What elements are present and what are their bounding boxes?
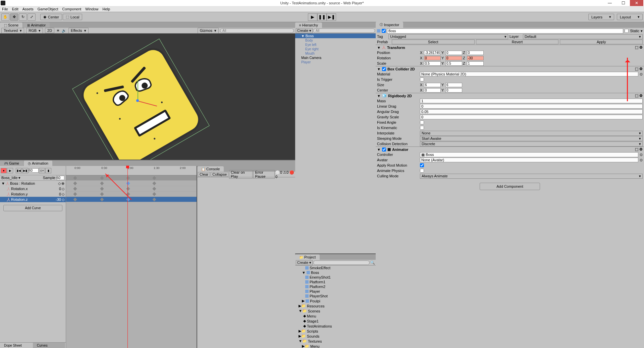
menu-help[interactable]: Help: [102, 7, 110, 11]
hierarchy-search[interactable]: [313, 28, 375, 33]
rotate-tool[interactable]: ↻: [19, 13, 27, 21]
dopesheet[interactable]: 0:00 0:30 1:00 1:30 2:00: [66, 166, 197, 348]
tab-game[interactable]: 🎮 Game: [0, 161, 23, 166]
scene-viewport[interactable]: [0, 34, 295, 160]
scale-y[interactable]: [445, 61, 462, 66]
menu-file[interactable]: File: [2, 7, 8, 11]
add-component-button[interactable]: Add Component: [480, 183, 540, 190]
gameobject-active-checkbox[interactable]: [382, 29, 386, 33]
clip-dropdown[interactable]: Boss_Idle ▾: [1, 176, 20, 180]
tab-animation[interactable]: ◷ Animation: [24, 161, 52, 166]
static-checkbox[interactable]: [625, 29, 629, 33]
tab-project[interactable]: 📁 Project: [295, 254, 320, 260]
add-event-button[interactable]: ▮: [45, 168, 51, 173]
hierarchy-tree[interactable]: ▼ Boss Body Eye left Eye right Mouth Mai…: [295, 34, 376, 253]
hierarchy-item-body[interactable]: Body: [295, 38, 376, 43]
mass-field[interactable]: 1: [420, 99, 643, 103]
pivot-local-toggle[interactable]: ⬚ Local: [63, 14, 82, 20]
add-keyframe-button[interactable]: ◇+: [39, 168, 45, 173]
pause-button[interactable]: ❚❚: [317, 13, 327, 21]
hierarchy-create[interactable]: Create ▾: [296, 28, 313, 33]
anim-play-button[interactable]: ▶: [7, 168, 13, 173]
pos-x[interactable]: [424, 51, 441, 55]
animate-physics-checkbox[interactable]: [420, 169, 424, 173]
angular-drag-field[interactable]: 0.05: [420, 109, 643, 114]
2d-toggle[interactable]: 2D: [45, 28, 54, 33]
controller-field[interactable]: ▦ Boss: [420, 152, 638, 157]
prev-key-button[interactable]: ▮◀: [16, 168, 22, 173]
frame-field[interactable]: [29, 168, 39, 173]
hand-tool[interactable]: ✋: [1, 13, 9, 21]
shading-dropdown[interactable]: Textured ▾: [1, 28, 24, 34]
linear-drag-field[interactable]: 0: [420, 104, 643, 109]
prop-rotation-x[interactable]: 人Rotation.x0◇: [0, 186, 66, 191]
hierarchy-item-boss[interactable]: ▼ Boss: [295, 34, 376, 38]
menu-window[interactable]: Window: [85, 7, 98, 11]
tab-console[interactable]: 📋 Console: [197, 166, 224, 172]
play-button[interactable]: ▶: [308, 13, 317, 21]
scale-x[interactable]: [424, 61, 441, 66]
rot-y[interactable]: [445, 56, 462, 60]
hierarchy-item-mouth[interactable]: Mouth: [295, 51, 376, 56]
boxcollider-header[interactable]: ▼ Box Collider 2D⬚ ⚙: [376, 66, 644, 71]
timeline-ruler[interactable]: 0:00 0:30 1:00 1:30 2:00: [66, 166, 197, 175]
layout-dropdown[interactable]: Layout▾: [617, 14, 643, 20]
menu-assets[interactable]: Assets: [22, 7, 34, 11]
pivot-center-toggle[interactable]: ◉ Center: [40, 14, 62, 20]
rot-x[interactable]: [424, 56, 441, 60]
layer-dropdown[interactable]: Default▾: [523, 34, 643, 39]
tab-animator[interactable]: ⊞ Animator: [23, 22, 50, 28]
add-curve-button[interactable]: Add Curve: [3, 205, 62, 211]
prop-rotation-y[interactable]: 人Rotation.y0◇: [0, 191, 66, 197]
rigidbody-header[interactable]: ▼ 🧊 Rigidbody 2D⬚ ⚙: [376, 93, 644, 98]
move-tool[interactable]: ✥: [10, 13, 18, 21]
physics-material-field[interactable]: None (Physics Material 2D): [420, 72, 638, 76]
fixed-angle-checkbox[interactable]: [420, 120, 424, 124]
console-error-pause[interactable]: Error Pause: [253, 170, 275, 179]
prop-rotation-z[interactable]: 人Rotation.z-30◇: [0, 197, 66, 202]
center-x[interactable]: [424, 88, 441, 93]
step-button[interactable]: ▶❚: [327, 13, 336, 21]
is-kinematic-checkbox[interactable]: [420, 126, 424, 130]
project-create[interactable]: Create ▾: [296, 260, 313, 265]
playhead[interactable]: [127, 166, 128, 348]
rot-z[interactable]: [467, 56, 484, 60]
size-x[interactable]: [424, 83, 441, 87]
size-y[interactable]: [445, 83, 462, 87]
maximize-button[interactable]: ☐: [616, 0, 630, 6]
curves-tab[interactable]: Curves: [33, 343, 65, 348]
collision-dropdown[interactable]: Discrete▾: [420, 141, 643, 147]
hierarchy-item-eye-right[interactable]: Eye right: [295, 47, 376, 51]
gizmos-dropdown[interactable]: Gizmos ▾: [198, 28, 219, 34]
prefab-select[interactable]: Select: [392, 40, 475, 44]
prefab-apply[interactable]: Apply: [560, 40, 643, 44]
hierarchy-item-camera[interactable]: Main Camera: [295, 56, 376, 60]
tag-dropdown[interactable]: Untagged▾: [388, 34, 508, 39]
scene-search[interactable]: [220, 28, 294, 33]
center-y[interactable]: [445, 88, 462, 93]
interpolate-dropdown[interactable]: None▾: [420, 131, 643, 136]
prefab-revert[interactable]: Revert: [476, 40, 559, 44]
gameobject-name-field[interactable]: [387, 28, 623, 34]
minimize-button[interactable]: —: [603, 0, 616, 6]
close-button[interactable]: ✕: [630, 0, 643, 6]
animator-header[interactable]: ▼ ▦ Animator⬚ ⚙: [376, 147, 644, 152]
console-clear-on-play[interactable]: Clear on Play: [229, 170, 253, 179]
console-clear[interactable]: Clear: [198, 172, 210, 177]
pos-y[interactable]: [445, 51, 462, 55]
scale-tool[interactable]: ⤢: [28, 13, 36, 21]
menu-component[interactable]: Component: [62, 7, 81, 11]
is-trigger-checkbox[interactable]: [420, 77, 424, 81]
avatar-field[interactable]: None (Avatar): [420, 158, 638, 162]
hierarchy-item-player[interactable]: Player: [295, 60, 376, 64]
transform-component-header[interactable]: ▼ 人 Transform⬚ ⚙: [376, 45, 644, 50]
tab-hierarchy[interactable]: ≡ Hierarchy: [295, 22, 322, 28]
effects-dropdown[interactable]: Effects ▾: [68, 28, 88, 34]
dope-sheet-tab[interactable]: Dope Sheet: [0, 343, 32, 348]
root-motion-checkbox[interactable]: [420, 163, 424, 167]
sample-field[interactable]: [56, 176, 64, 180]
render-dropdown[interactable]: RGB ▾: [26, 28, 43, 34]
filter-icon[interactable]: 🔍: [370, 260, 375, 265]
scale-z[interactable]: [467, 61, 484, 66]
prop-boss-rotation[interactable]: ▼人Boss : Rotation◇⊕: [0, 181, 66, 186]
